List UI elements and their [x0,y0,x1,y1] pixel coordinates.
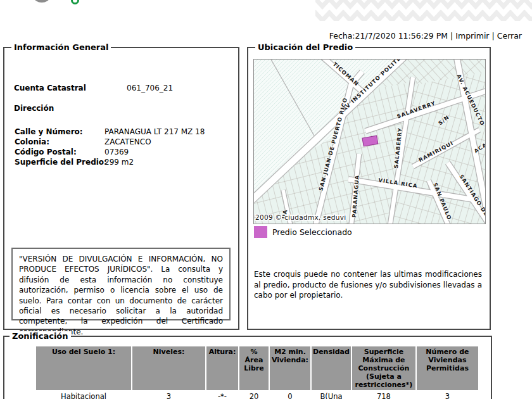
predio-seleccionado-label: Predio Seleccionado [272,227,352,237]
header-actions: Fecha:21/7/2020 11:56:29 PM|Imprimir|Cer… [329,31,522,41]
col-num-viviendas: Número de Viviendas Permitidas [417,346,478,390]
logo-fragment-arc-icon [34,0,49,3]
calle-value: PARANAGUA LT 217 MZ 18 [104,127,205,136]
superficie-label: Superficie del Predio: [15,158,107,167]
col-altura: Altura: [206,346,238,390]
calle-label: Calle y Número: [15,127,83,136]
informacion-general-panel: Información General Cuenta Catastral 061… [3,47,239,330]
panel-title: Información General [11,42,111,52]
panel-title: Zonificación [10,331,71,341]
cuenta-catastral-value: 061_706_21 [127,84,173,92]
predio-map: TICOMAN AV INSTITUTO POLITEC SAN JUAN DE… [253,59,486,224]
panel-title: Ubicación del Predio [255,42,355,52]
gobmx-chevron-pattern [315,0,532,21]
cell-altura: -*- [206,391,238,399]
col-m2-min: M2 min. Vivienda: [270,346,310,390]
cell-densidad: B(Una [312,391,351,399]
legal-disclaimer: "VERSIÓN DE DIVULGACIÓN E INFORMACIÓN, N… [11,248,231,320]
zonificacion-table: Uso del Suelo 1: Niveles: Altura: % Área… [35,345,479,399]
ubicacion-predio-panel: Ubicación del Predio [247,47,491,330]
seduvi-consultation-page: Fecha:21/7/2020 11:56:29 PM|Imprimir|Cer… [0,0,532,399]
cell-m2-min: 0 [270,391,310,399]
col-area-libre: % Área Libre [239,346,269,390]
map-attribution: 2009 © ciudadmx, seduvi [255,213,346,221]
table-header-row: Uso del Suelo 1: Niveles: Altura: % Área… [36,346,478,390]
col-uso-del-suelo: Uso del Suelo 1: [36,346,131,390]
croquis-note: Este croquis puede no contener las ultim… [254,269,482,301]
colonia-label: Colonia: [15,137,49,146]
col-niveles: Niveles: [132,346,205,390]
colonia-value: ZACATENCO [104,137,151,146]
cell-viviendas: 3 [417,391,478,399]
cuenta-catastral-label: Cuenta Catastral [14,84,86,92]
codigo-postal-value: 07369 [104,148,129,156]
superficie-value: 299 m2 [104,158,134,167]
predio-seleccionado-swatch [254,226,267,238]
date-text: Fecha:21/7/2020 11:56:29 PM [329,31,448,41]
col-superficie-maxima: Superficie Máxima de Construcción (Sujet… [352,346,415,390]
uso-habitacional-link[interactable]: Habitacional [61,392,106,399]
cell-sup-max: 718 [352,391,415,399]
direccion-label: Dirección [14,104,54,113]
col-densidad: Densidad [312,346,351,390]
cell-area-libre: 20 [239,391,269,399]
imprimir-link[interactable]: Imprimir [455,31,489,41]
logo-fragment-ring-icon [71,0,79,4]
table-row: Habitacional 3 -*- 20 0 B(Una 718 3 [36,391,478,399]
zonificacion-panel: Zonificación Uso del Suelo 1: Niveles: A… [3,336,492,399]
cerrar-link[interactable]: Cerrar [497,31,522,41]
codigo-postal-label: Código Postal: [15,148,77,156]
cell-niveles: 3 [132,391,205,399]
